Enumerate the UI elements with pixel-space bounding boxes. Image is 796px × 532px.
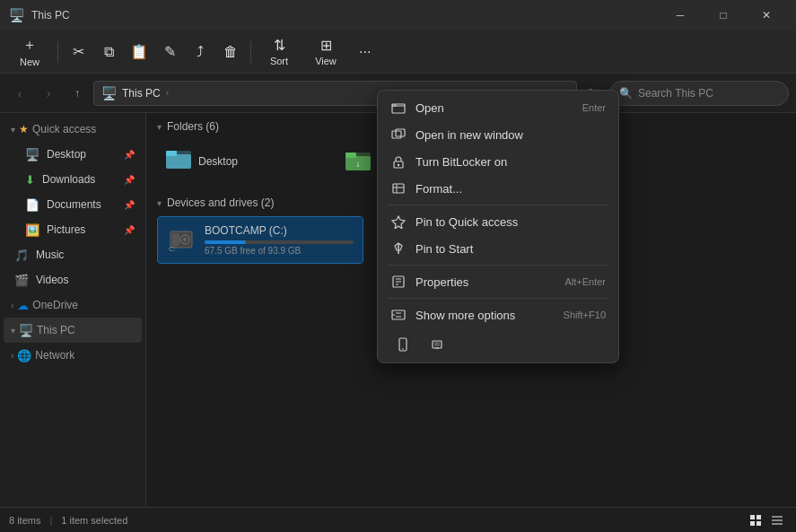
ctx-phone-icon[interactable] (390, 332, 415, 357)
folder-desktop[interactable]: Desktop (157, 140, 337, 182)
drive-bootcamp[interactable]: C: BOOTCAMP (C:) 67.5 GB free of 93.9 GB (157, 216, 363, 264)
grid-view-button[interactable] (746, 511, 765, 529)
chevron-right-icon-network: › (11, 351, 13, 361)
toolbar: ＋ New ✂ ⧉ 📋 ✎ ⤴ 🗑 ⇅ Sort ⊞ View ··· (0, 31, 796, 74)
svg-rect-41 (757, 521, 761, 526)
svg-rect-42 (772, 516, 783, 518)
sidebar-item-desktop[interactable]: 🖥️ Desktop 📌 (4, 142, 142, 167)
view-button[interactable]: ⊞ View (303, 34, 348, 70)
title-bar: 🖥️ This PC ─ □ ✕ (0, 0, 796, 31)
svg-text:↓: ↓ (356, 159, 361, 169)
cut-button[interactable]: ✂ (64, 34, 92, 70)
thispc-icon: 🖥️ (19, 324, 33, 337)
folders-chevron-icon: ▾ (157, 122, 162, 132)
sort-button[interactable]: ⇅ Sort (257, 34, 302, 70)
delete-button[interactable]: 🗑 (216, 34, 245, 70)
sort-icon: ⇅ (274, 37, 285, 54)
ctx-pin-quick[interactable]: Pin to Quick access (381, 208, 615, 235)
ctx-properties-left: Properties (390, 274, 468, 290)
sidebar-item-documents[interactable]: 📄 Documents 📌 (4, 192, 142, 217)
svg-marker-24 (392, 216, 405, 229)
ctx-open-shortcut: Enter (582, 102, 606, 113)
videos-label: Videos (36, 274, 135, 286)
share-icon: ⤴ (197, 44, 204, 60)
rename-button[interactable]: ✎ (155, 34, 184, 70)
ctx-pin-start[interactable]: Pin to Start (381, 235, 615, 262)
app-icon: 🖥️ (9, 8, 24, 22)
ctx-bitlocker-icon (390, 153, 407, 170)
ctx-open-icon (390, 100, 407, 116)
ctx-more-icon (390, 307, 407, 323)
ctx-bitlocker[interactable]: Turn BitLocker on (381, 148, 615, 175)
ctx-format[interactable]: Format... (381, 175, 615, 202)
chevron-down-icon: ▾ (11, 125, 15, 135)
ctx-open[interactable]: Open Enter (381, 94, 615, 121)
address-path: This PC (122, 87, 161, 100)
cut-icon: ✂ (73, 43, 84, 60)
ctx-open-new-label: Open in new window (415, 128, 523, 142)
back-button[interactable]: ‹ (7, 81, 32, 106)
share-button[interactable]: ⤴ (186, 34, 214, 70)
ctx-pin-quick-label: Pin to Quick access (415, 215, 518, 229)
up-button[interactable]: ↑ (65, 81, 90, 106)
ctx-open-left: Open (390, 100, 444, 116)
maximize-button[interactable]: □ (703, 1, 744, 30)
ctx-sep-2 (387, 265, 609, 266)
drive-bootcamp-icon: C: (167, 224, 196, 256)
ctx-format-label: Format... (415, 182, 462, 196)
star-icon: ★ (19, 123, 29, 135)
pin-icon: 📌 (124, 150, 135, 160)
folder-desktop-name: Desktop (198, 155, 238, 168)
ctx-cast-icon[interactable] (424, 332, 450, 357)
minimize-button[interactable]: ─ (660, 1, 701, 30)
paste-button[interactable]: 📋 (125, 34, 153, 70)
svg-rect-23 (393, 184, 404, 193)
title-bar-controls: ─ □ ✕ (660, 1, 787, 30)
onedrive-icon: ☁ (17, 299, 29, 312)
forward-button[interactable]: › (36, 81, 61, 106)
desktop-label: Desktop (47, 148, 117, 161)
sidebar-thispc-header[interactable]: ▾ 🖥️ This PC (4, 318, 142, 343)
ctx-properties[interactable]: Properties Alt+Enter (381, 268, 615, 295)
sidebar: ▾ ★ Quick access 🖥️ Desktop 📌 ⬇ Download… (0, 113, 146, 507)
copy-button[interactable]: ⧉ (94, 34, 123, 70)
svg-rect-39 (757, 515, 761, 519)
search-box[interactable]: 🔍 Search This PC (609, 81, 789, 106)
new-button[interactable]: ＋ New (7, 34, 52, 70)
new-icon: ＋ (22, 36, 37, 55)
sidebar-onedrive-header[interactable]: › ☁ OneDrive (4, 292, 142, 318)
ctx-more-options[interactable]: Show more options Shift+F10 (381, 301, 615, 328)
more-icon: ··· (359, 44, 371, 60)
selected-count: 1 item selected (61, 515, 127, 526)
music-label: Music (36, 249, 135, 261)
ctx-sep-1 (387, 205, 609, 205)
ctx-format-left: Format... (390, 180, 462, 196)
sidebar-quickaccess-header[interactable]: ▾ ★ Quick access (4, 117, 142, 142)
address-icon: 🖥️ (101, 86, 117, 100)
downloads-label: Downloads (42, 173, 117, 186)
svg-rect-38 (750, 515, 755, 519)
svg-rect-44 (772, 523, 783, 525)
sidebar-item-downloads[interactable]: ⬇ Downloads 📌 (4, 167, 142, 192)
ctx-more-label: Show more options (415, 309, 515, 322)
documents-icon: 📄 (25, 198, 39, 212)
ctx-open-new-icon (390, 126, 407, 143)
more-button[interactable]: ··· (350, 34, 380, 70)
sidebar-item-videos[interactable]: 🎬 Videos (4, 267, 142, 292)
close-button[interactable]: ✕ (746, 1, 787, 30)
ctx-pin-start-icon (390, 240, 407, 257)
desktop-icon: 🖥️ (25, 148, 39, 161)
pin-icon-downloads: 📌 (124, 175, 135, 185)
sort-label: Sort (270, 56, 288, 66)
ctx-properties-label: Properties (415, 275, 468, 289)
svg-rect-19 (392, 131, 401, 138)
ctx-properties-icon (390, 274, 407, 290)
svg-rect-40 (750, 521, 755, 526)
list-view-button[interactable] (767, 511, 787, 529)
svg-text:C:: C: (169, 245, 176, 253)
sidebar-item-pictures[interactable]: 🖼️ Pictures 📌 (4, 217, 142, 242)
svg-rect-20 (396, 129, 405, 136)
sidebar-network-header[interactable]: › 🌐 Network (4, 343, 142, 368)
ctx-open-new[interactable]: Open in new window (381, 121, 615, 148)
sidebar-item-music[interactable]: 🎵 Music (4, 242, 142, 267)
